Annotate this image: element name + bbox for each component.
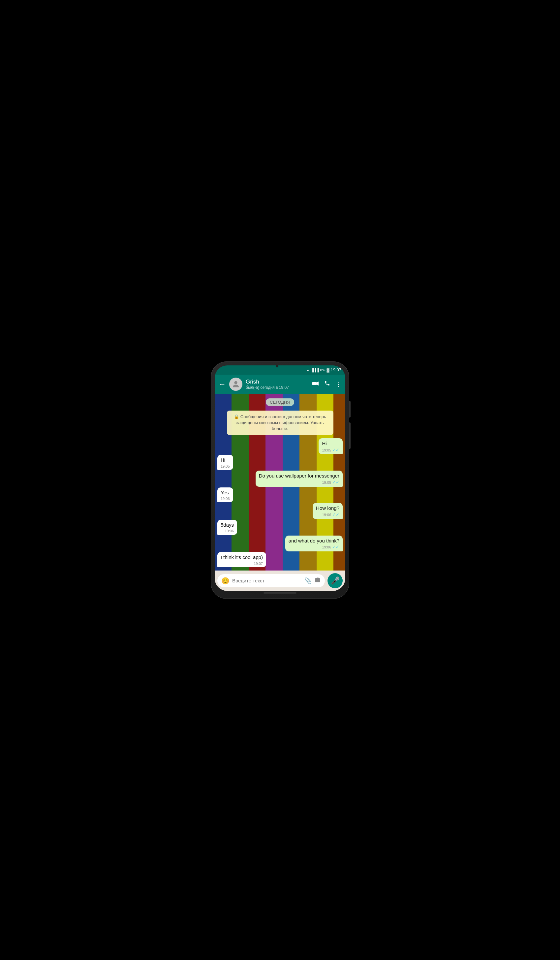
wifi-icon: ▲ (306, 368, 310, 372)
home-indicator (264, 592, 296, 594)
chat-content: СЕГОДНЯ 🔒 Сообщения и звонки в данном ча… (215, 394, 345, 571)
app-header: ← Grish был(-а) сегодня в 19:07 (215, 374, 345, 394)
call-button[interactable] (324, 380, 330, 388)
message-text: Hi (221, 457, 225, 463)
header-actions: ⋮ (312, 380, 341, 388)
message-text: Yes (221, 490, 229, 495)
message-time: 19:06 (322, 545, 331, 549)
message-text: and what do you think? (289, 538, 339, 544)
message-bubble[interactable]: and what do you think?19:06✓✓ (285, 536, 342, 551)
menu-button[interactable]: ⋮ (335, 381, 341, 388)
phone-screen: ▲ ▐▐▐ 8% ▓ 19:07 ← Grish был(-а) сегодня… (215, 365, 345, 591)
message-row: 5days19:06 (218, 520, 342, 535)
message-time: 19:05 (221, 464, 230, 469)
svg-point-0 (234, 381, 237, 384)
status-icons: ▲ ▐▐▐ 8% ▓ 19:07 (306, 367, 341, 372)
message-row: Hi19:05 (218, 455, 342, 470)
input-box: 😊 📎 (218, 574, 325, 587)
message-input[interactable] (232, 578, 302, 583)
date-badge: СЕГОДНЯ (266, 398, 294, 406)
message-bubble[interactable]: Do you use wallpaper for messenger19:05✓… (256, 470, 342, 486)
message-row: Hi19:05✓✓ (218, 438, 342, 454)
chat-area: СЕГОДНЯ 🔒 Сообщения и звонки в данном ча… (215, 394, 345, 571)
input-area: 😊 📎 🎤 (215, 571, 345, 591)
message-bubble[interactable]: How long?19:06✓✓ (313, 503, 342, 519)
message-time: 19:06 (221, 496, 230, 501)
message-text: Hi (322, 441, 326, 446)
contact-avatar[interactable] (229, 378, 242, 391)
message-row: and what do you think?19:06✓✓ (218, 536, 342, 551)
message-ticks: ✓✓ (332, 544, 339, 550)
message-text: 5days (221, 522, 234, 528)
signal-icon: ▐▐▐ (311, 368, 318, 372)
emoji-button[interactable]: 😊 (221, 577, 230, 585)
message-time: 19:05 (322, 480, 331, 485)
message-meta: 19:07 (221, 561, 263, 566)
message-bubble[interactable]: Hi19:05 (218, 455, 233, 470)
message-bubble[interactable]: 5days19:06 (218, 520, 237, 535)
message-row: Do you use wallpaper for messenger19:05✓… (218, 470, 342, 486)
message-meta: 19:05✓✓ (322, 448, 339, 453)
message-meta: 19:05✓✓ (259, 480, 339, 485)
svg-rect-1 (312, 382, 317, 385)
mic-button[interactable]: 🎤 (328, 573, 342, 588)
battery-text: 8% (320, 368, 325, 372)
message-row: Yes19:06 (218, 487, 342, 502)
message-ticks: ✓✓ (332, 512, 339, 518)
message-text: I think it's cool app) (221, 554, 263, 560)
front-camera (276, 365, 278, 367)
message-ticks: ✓✓ (332, 448, 339, 453)
status-bar: ▲ ▐▐▐ 8% ▓ 19:07 (215, 365, 345, 374)
message-time: 19:06 (225, 529, 234, 533)
message-text: Do you use wallpaper for messenger (259, 473, 339, 478)
contact-status: был(-а) сегодня в 19:07 (246, 385, 309, 390)
contact-info: Grish был(-а) сегодня в 19:07 (246, 379, 309, 390)
message-meta: 19:06✓✓ (289, 544, 339, 550)
message-bubble[interactable]: Yes19:06 (218, 487, 233, 502)
battery-icon: ▓ (326, 368, 329, 372)
svg-marker-2 (317, 382, 318, 386)
message-meta: 19:06 (221, 496, 230, 501)
camera-button[interactable] (314, 577, 321, 584)
encryption-notice: 🔒 Сообщения и звонки в данном чате тепер… (227, 411, 333, 435)
contact-name: Grish (246, 379, 309, 385)
message-meta: 19:05 (221, 464, 230, 469)
back-button[interactable]: ← (219, 380, 226, 389)
phone-device: ▲ ▐▐▐ 8% ▓ 19:07 ← Grish был(-а) сегодня… (211, 362, 349, 599)
message-text: How long? (316, 505, 339, 511)
message-row: I think it's cool app)19:07 (218, 552, 342, 567)
message-time: 19:05 (322, 448, 331, 453)
messages-container: Hi19:05✓✓Hi19:05Do you use wallpaper for… (218, 438, 342, 568)
message-time: 19:07 (254, 561, 263, 566)
message-meta: 19:06 (221, 529, 234, 533)
message-time: 19:06 (322, 512, 331, 517)
status-time: 19:07 (330, 367, 341, 372)
video-call-button[interactable] (312, 381, 319, 387)
attach-button[interactable]: 📎 (304, 577, 312, 584)
mic-icon: 🎤 (331, 576, 340, 585)
message-meta: 19:06✓✓ (316, 512, 339, 518)
message-row: How long?19:06✓✓ (218, 503, 342, 519)
message-ticks: ✓✓ (332, 480, 339, 485)
message-bubble[interactable]: Hi19:05✓✓ (318, 438, 342, 454)
message-bubble[interactable]: I think it's cool app)19:07 (218, 552, 266, 567)
